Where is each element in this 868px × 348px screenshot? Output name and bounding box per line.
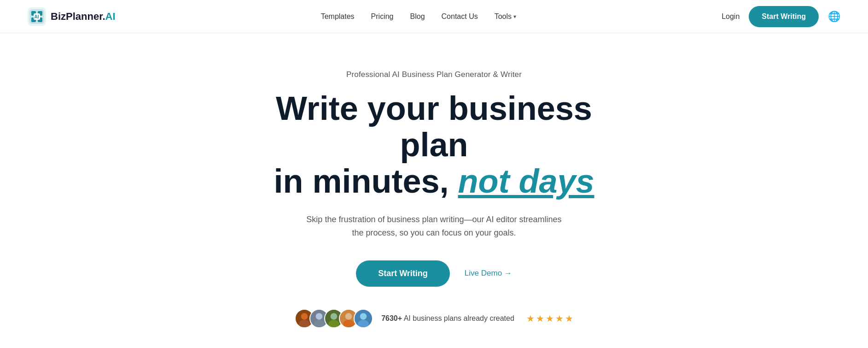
social-proof-text: 7630+ AI business plans already created bbox=[381, 314, 514, 323]
user-avatars bbox=[295, 309, 373, 328]
nav-contact[interactable]: Contact Us bbox=[442, 12, 478, 21]
hero-cta-area: Start Writing Live Demo → bbox=[356, 260, 512, 287]
hero-section: Professional AI Business Plan Generator … bbox=[0, 33, 868, 348]
brand-logo-icon[interactable]: AI bbox=[28, 7, 46, 26]
svg-point-18 bbox=[345, 313, 352, 319]
hero-title-line1: Write your business plan bbox=[276, 90, 592, 163]
nav-templates[interactable]: Templates bbox=[321, 12, 355, 21]
start-writing-hero-button[interactable]: Start Writing bbox=[356, 260, 450, 287]
svg-point-9 bbox=[301, 313, 308, 319]
nav-tools[interactable]: Tools ▾ bbox=[495, 12, 516, 21]
login-link[interactable]: Login bbox=[722, 12, 740, 21]
avatar bbox=[354, 309, 373, 328]
svg-text:AI: AI bbox=[35, 14, 39, 19]
svg-point-12 bbox=[316, 313, 322, 319]
star-rating: ★ ★ ★ ★ ★ bbox=[526, 313, 573, 324]
tools-chevron-icon: ▾ bbox=[513, 13, 516, 20]
hero-title: Write your business plan in minutes, not… bbox=[250, 90, 618, 200]
star-4: ★ bbox=[555, 313, 564, 324]
hero-title-accent: not days bbox=[458, 163, 594, 200]
star-1: ★ bbox=[526, 313, 535, 324]
nav-links: Templates Pricing Blog Contact Us Tools … bbox=[321, 12, 516, 21]
brand-area: AI BizPlanner.AI bbox=[28, 7, 116, 26]
navbar-actions: Login Start Writing 🌐 bbox=[722, 6, 840, 27]
social-proof-area: 7630+ AI business plans already created … bbox=[295, 309, 573, 328]
nav-pricing[interactable]: Pricing bbox=[371, 12, 394, 21]
star-5: ★ bbox=[565, 313, 573, 324]
language-globe-icon[interactable]: 🌐 bbox=[828, 11, 840, 23]
hero-subtitle: Professional AI Business Plan Generator … bbox=[346, 70, 522, 79]
star-2: ★ bbox=[536, 313, 544, 324]
start-writing-nav-button[interactable]: Start Writing bbox=[749, 6, 819, 27]
svg-point-15 bbox=[331, 313, 337, 319]
svg-point-21 bbox=[360, 313, 367, 319]
brand-name[interactable]: BizPlanner.AI bbox=[51, 11, 116, 23]
live-demo-link[interactable]: Live Demo → bbox=[465, 269, 512, 278]
navbar: AI BizPlanner.AI Templates Pricing Blog … bbox=[0, 0, 868, 33]
nav-blog[interactable]: Blog bbox=[410, 12, 425, 21]
hero-description: Skip the frustration of business plan wr… bbox=[305, 213, 563, 240]
hero-title-line2-plain: in minutes, bbox=[274, 163, 458, 200]
star-3: ★ bbox=[546, 313, 554, 324]
